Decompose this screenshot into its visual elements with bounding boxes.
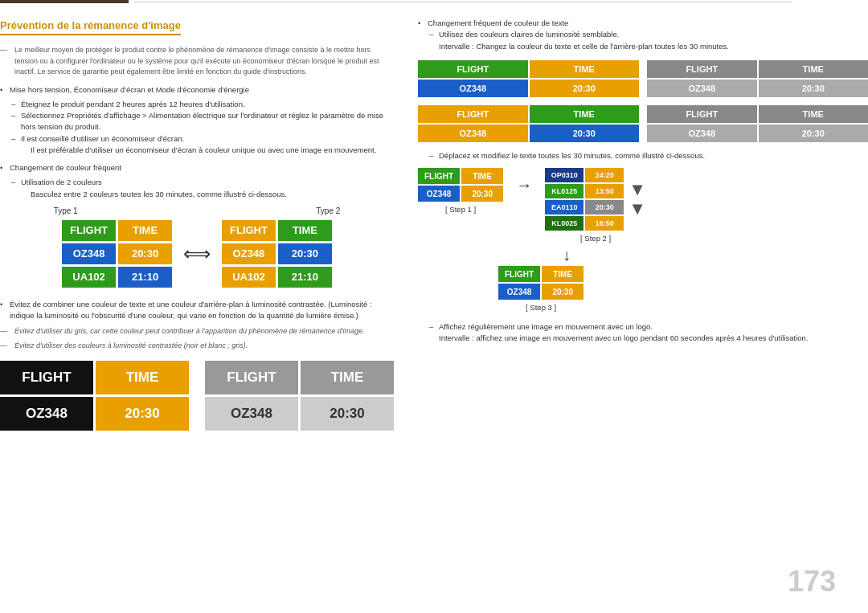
fb-cell: 21:10 xyxy=(118,267,172,288)
lfb-cell: 20:30 xyxy=(96,397,189,431)
lfb-cell: 20:30 xyxy=(301,397,394,431)
fb-cell: TIME xyxy=(278,220,332,241)
fb-cell: OZ348 xyxy=(222,243,276,264)
intro-text: Le meilleur moyen de protéger le produit… xyxy=(0,45,394,78)
step1-board: FLIGHT TIME OZ348 20:30 xyxy=(418,168,503,202)
fb-cell: 20:30 xyxy=(118,243,172,264)
step3-label: [ Step 3 ] xyxy=(526,303,556,312)
divider-dark xyxy=(0,0,129,3)
note2: Évitez d'utiliser des couleurs à luminos… xyxy=(0,341,394,352)
right-bottom-section: Affichez régulièrement une image en mouv… xyxy=(418,321,868,345)
step-arrow-down: ↓ xyxy=(418,246,868,264)
mini-board4: FLIGHT TIME OZ348 20:30 xyxy=(647,105,868,142)
bottom-boards: FLIGHT TIME OZ348 20:30 FLIGHT TIME OZ34… xyxy=(0,361,394,431)
lfb-cell: FLIGHT xyxy=(0,361,93,394)
fb-cell: TIME xyxy=(118,220,172,241)
double-down-arrows: ▼ ▼ xyxy=(628,168,646,231)
big-board1: FLIGHT TIME OZ348 20:30 xyxy=(0,361,189,431)
big-board2: FLIGHT TIME OZ348 20:30 xyxy=(205,361,394,431)
step2-label: [ Step 2 ] xyxy=(580,234,611,243)
type-comparison: FLIGHT TIME OZ348 20:30 UA102 21:10 ⟺ FL… xyxy=(0,220,394,288)
step-arrow-right: → xyxy=(516,176,532,194)
fb-cell: OZ348 xyxy=(62,243,116,264)
top-dividers xyxy=(0,0,868,3)
section-title: Prévention de la rémanence d'image xyxy=(0,19,181,35)
type2-label: Type 2 xyxy=(316,206,340,215)
fb-cell: 20:30 xyxy=(278,243,332,264)
bullet2: Changement de couleur fréquent xyxy=(0,162,394,174)
content-area: Prévention de la rémanence d'image Le me… xyxy=(0,18,868,431)
right-top-area: Changement fréquent de couleur de texte … xyxy=(418,18,868,52)
step1: FLIGHT TIME OZ348 20:30 [ Step 1 ] xyxy=(418,168,503,214)
dash4: Utilisation de 2 couleurs xyxy=(0,177,394,188)
mini-board2: FLIGHT TIME OZ348 20:30 xyxy=(647,60,868,97)
type-labels: Type 1 Type 2 xyxy=(0,206,394,215)
mini-board3: FLIGHT TIME OZ348 20:30 xyxy=(418,105,639,142)
fb-cell: 21:10 xyxy=(278,267,332,288)
dash3b: Il est préférable d'utiliser un économis… xyxy=(0,145,394,156)
lfb-cell: TIME xyxy=(96,361,189,394)
fb-cell: FLIGHT xyxy=(222,220,276,241)
double-arrow: ⟺ xyxy=(183,243,211,265)
step2-board: OP0310 24:20 KL0125 13:50 EA0110 20:30 K… xyxy=(545,168,624,231)
right-dash2: Intervalle : Changez la couleur du texte… xyxy=(418,41,868,52)
note1: Évitez d'utiliser du gris, car cette cou… xyxy=(0,326,394,337)
step3-board: FLIGHT TIME OZ348 20:30 xyxy=(498,266,583,300)
type2-board: FLIGHT TIME OZ348 20:30 UA102 21:10 xyxy=(222,220,332,288)
page-number: 173 xyxy=(788,565,836,599)
type1-label: Type 1 xyxy=(54,206,78,215)
fb-cell: UA102 xyxy=(62,267,116,288)
bullet3: Évitez de combiner une couleur de texte … xyxy=(0,299,394,322)
right-column: Changement fréquent de couleur de texte … xyxy=(418,18,868,431)
bottom-note2: Intervalle : affichez une image en mouve… xyxy=(418,333,868,344)
fb-cell: FLIGHT xyxy=(62,220,116,241)
fb-cell: UA102 xyxy=(222,267,276,288)
right-dash3: Déplacez et modifiez le texte toutes les… xyxy=(418,150,868,161)
step3: FLIGHT TIME OZ348 20:30 [ Step 3 ] xyxy=(498,266,583,312)
boards-grid: FLIGHT TIME OZ348 20:30 FLIGHT TIME OZ34… xyxy=(418,60,868,142)
type1-board: FLIGHT TIME OZ348 20:30 UA102 21:10 xyxy=(62,220,172,288)
left-column: Prévention de la rémanence d'image Le me… xyxy=(0,18,394,431)
mini-board1: FLIGHT TIME OZ348 20:30 xyxy=(418,60,639,97)
lfb-cell: OZ348 xyxy=(205,397,298,431)
lfb-cell: FLIGHT xyxy=(205,361,298,394)
right-dash1: Utilisez des couleurs claires de luminos… xyxy=(418,29,868,40)
lfb-cell: OZ348 xyxy=(0,397,93,431)
dash1: Éteignez le produit pendant 2 heures apr… xyxy=(0,99,394,110)
step1-label: [ Step 1 ] xyxy=(445,205,476,214)
lfb-cell: TIME xyxy=(301,361,394,394)
dash3: Il est conseillé d'utiliser un économise… xyxy=(0,133,394,145)
bottom-note1: Affichez régulièrement une image en mouv… xyxy=(418,321,868,333)
dash2: Sélectionnez Propriétés d'affichage > Al… xyxy=(0,110,394,133)
right-bullet1: Changement fréquent de couleur de texte xyxy=(418,18,868,29)
dash4b: Basculez entre 2 couleurs toutes les 30 … xyxy=(0,189,394,200)
steps-row: FLIGHT TIME OZ348 20:30 [ Step 1 ] → OP0… xyxy=(418,168,868,243)
step2: OP0310 24:20 KL0125 13:50 EA0110 20:30 K… xyxy=(545,168,646,243)
bullet1: Mise hors tension, Économiseur d'écran e… xyxy=(0,84,394,96)
divider-light xyxy=(133,2,792,2)
